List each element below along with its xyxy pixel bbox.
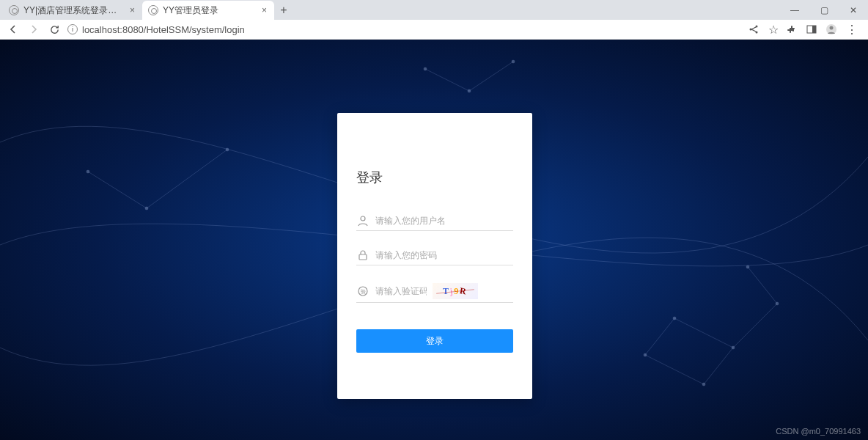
svg-point-6 <box>830 26 834 30</box>
captcha-icon: 验 <box>356 285 369 298</box>
bookmark-icon[interactable]: ☆ <box>768 23 779 37</box>
svg-line-23 <box>147 150 227 208</box>
tab-inactive[interactable]: YY|酒店管理系统登录页面 × <box>3 1 142 20</box>
svg-text:验: 验 <box>361 289 366 294</box>
site-info-icon[interactable]: i <box>67 24 78 34</box>
url-box[interactable]: i localhost:8080/HotelSSM/system/login <box>67 24 742 35</box>
svg-point-29 <box>361 216 365 221</box>
login-button[interactable]: 登录 <box>356 329 513 353</box>
tab-title: YY管理员登录 <box>163 4 256 17</box>
new-tab-button[interactable]: + <box>274 1 293 20</box>
svg-line-27 <box>425 69 469 91</box>
svg-point-0 <box>756 26 758 28</box>
profile-icon[interactable] <box>825 23 837 35</box>
address-bar: i localhost:8080/HotelSSM/system/login ☆… <box>0 20 868 39</box>
svg-line-19 <box>645 355 704 384</box>
username-input[interactable] <box>375 216 513 226</box>
minimize-button[interactable]: — <box>780 1 809 20</box>
forward-button[interactable] <box>26 22 41 37</box>
username-row <box>356 214 513 231</box>
globe-icon <box>148 5 158 15</box>
back-button[interactable] <box>6 22 21 37</box>
maximize-button[interactable]: ▢ <box>809 1 839 20</box>
extensions-icon[interactable] <box>787 24 798 34</box>
svg-line-16 <box>674 318 733 348</box>
close-window-button[interactable]: ✕ <box>839 1 868 20</box>
svg-point-1 <box>756 32 758 34</box>
svg-line-20 <box>704 348 733 384</box>
menu-icon[interactable]: ⋮ <box>846 23 858 37</box>
close-icon[interactable]: × <box>260 5 268 15</box>
user-icon <box>356 214 369 227</box>
tab-active[interactable]: YY管理员登录 × <box>142 1 274 20</box>
reload-button[interactable] <box>47 22 62 37</box>
captcha-row: 验 Tj9R <box>356 283 513 303</box>
panel-icon[interactable] <box>806 24 817 34</box>
login-card: 登录 验 Tj9R 登录 <box>337 113 532 399</box>
page-body: 登录 验 Tj9R 登录 CSDN @m0_70991463 <box>0 40 868 440</box>
lock-icon <box>356 249 369 262</box>
svg-line-28 <box>469 62 513 91</box>
login-title: 登录 <box>356 169 513 186</box>
tab-title: YY|酒店管理系统登录页面 <box>23 4 124 17</box>
captcha-image[interactable]: Tj9R <box>433 283 478 299</box>
share-icon[interactable] <box>748 23 760 35</box>
close-icon[interactable]: × <box>128 5 136 15</box>
browser-chrome: YY|酒店管理系统登录页面 × YY管理员登录 × + — ▢ ✕ i loca… <box>0 0 868 40</box>
svg-line-21 <box>748 267 777 304</box>
toolbar-right: ☆ ⋮ <box>748 23 862 37</box>
password-row <box>356 249 513 265</box>
svg-rect-30 <box>359 254 367 260</box>
window-controls: — ▢ ✕ <box>780 0 868 20</box>
url-text: localhost:8080/HotelSSM/system/login <box>82 24 245 35</box>
captcha-input[interactable] <box>375 286 427 296</box>
svg-line-17 <box>733 304 777 348</box>
svg-line-18 <box>645 318 674 355</box>
svg-line-22 <box>88 172 147 208</box>
globe-icon <box>9 5 19 15</box>
svg-point-2 <box>750 29 752 31</box>
watermark: CSDN @m0_70991463 <box>776 427 861 436</box>
svg-rect-4 <box>812 26 816 33</box>
tab-bar: YY|酒店管理系统登录页面 × YY管理员登录 × + — ▢ ✕ <box>0 0 868 20</box>
password-input[interactable] <box>375 250 513 260</box>
